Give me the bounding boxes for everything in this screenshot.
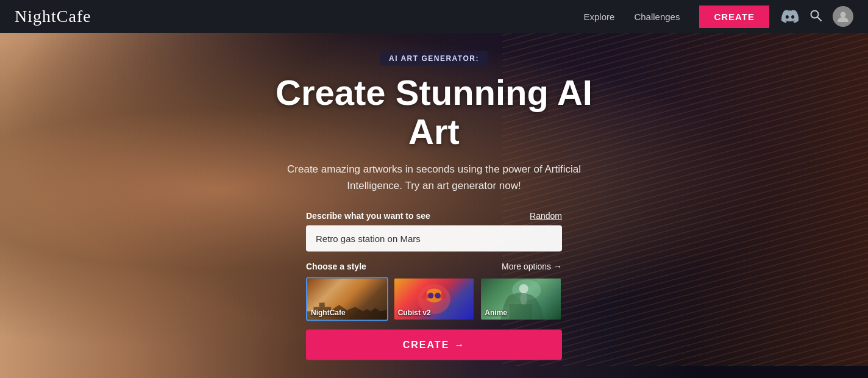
- explore-link[interactable]: Explore: [584, 12, 615, 22]
- style-options: NightCafe Cubist v2: [306, 277, 562, 321]
- random-button[interactable]: Random: [530, 210, 562, 220]
- style-cubist-label: Cubist v2: [398, 308, 431, 316]
- navbar: NightCafe Explore Challenges CREATE: [0, 0, 868, 33]
- more-options-button[interactable]: More options →: [502, 261, 562, 271]
- hero-subtitle: Create amazing artworks in seconds using…: [276, 160, 592, 193]
- user-avatar[interactable]: [833, 6, 853, 27]
- create-button-arrow: →: [454, 339, 465, 350]
- create-button-label: CREATE: [403, 339, 450, 350]
- style-nightcafe-label: NightCafe: [311, 308, 346, 316]
- svg-line-1: [817, 17, 821, 21]
- search-icon[interactable]: [809, 9, 822, 24]
- logo[interactable]: NightCafe: [15, 7, 91, 26]
- style-card-nightcafe[interactable]: NightCafe: [306, 277, 388, 321]
- style-card-anime[interactable]: Anime: [480, 277, 562, 321]
- hero-badge: AI ART GENERATOR:: [380, 51, 488, 66]
- create-button[interactable]: CREATE →: [306, 329, 562, 360]
- style-card-cubist[interactable]: Cubist v2: [393, 277, 475, 321]
- discord-icon[interactable]: [781, 8, 799, 25]
- nav-icons: [781, 6, 853, 27]
- prompt-input[interactable]: [306, 225, 562, 251]
- prompt-label-row: Describe what you want to see Random: [306, 210, 562, 220]
- creation-form: Describe what you want to see Random Cho…: [306, 210, 562, 360]
- svg-point-7: [428, 293, 433, 298]
- svg-point-2: [841, 12, 846, 18]
- svg-point-8: [435, 293, 440, 298]
- hero-section: NightCafe Explore Challenges CREATE: [0, 0, 868, 378]
- prompt-label: Describe what you want to see: [306, 210, 430, 220]
- style-label: Choose a style: [306, 261, 366, 271]
- nav-links: Explore Challenges CREATE: [584, 5, 769, 28]
- hero-content: AI ART GENERATOR: Create Stunning AI Art…: [276, 51, 592, 360]
- hero-title: Create Stunning AI Art: [276, 73, 592, 151]
- challenges-link[interactable]: Challenges: [634, 12, 680, 22]
- style-label-row: Choose a style More options →: [306, 261, 562, 271]
- nav-create-button[interactable]: CREATE: [699, 5, 769, 28]
- style-anime-label: Anime: [485, 308, 507, 316]
